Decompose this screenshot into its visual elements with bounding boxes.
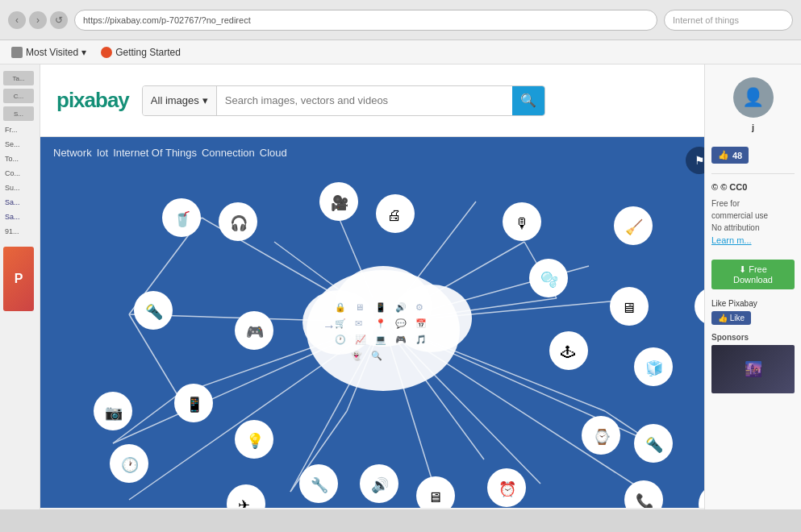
tag-connection[interactable]: Connection (202, 147, 255, 159)
all-images-label: All images (151, 94, 199, 106)
svg-text:💬: 💬 (395, 318, 407, 329)
svg-text:🎥: 🎥 (331, 194, 349, 212)
image-tags: Network Iot Internet Of Things Connectio… (53, 147, 287, 159)
sidebar-ad: P (3, 247, 34, 311)
svg-text:🕹: 🕹 (561, 344, 575, 360)
download-button[interactable]: ⬇ Free Download (711, 260, 795, 289)
cc-badge: © (711, 182, 720, 192)
all-images-dropdown[interactable]: All images ▾ (143, 86, 217, 115)
dropdown-arrow: ▾ (202, 94, 208, 106)
facebook-like-button[interactable]: 👍 Like (711, 311, 751, 325)
search-input[interactable] (217, 86, 512, 115)
svg-text:⚙: ⚙ (415, 302, 423, 312)
svg-text:🔒: 🔒 (335, 301, 346, 313)
cc-section: © © CC0 Free for commercial use No attri… (711, 173, 795, 253)
search-button[interactable]: 🔍 (512, 86, 544, 115)
pixabay-logo: pixabay (56, 88, 129, 113)
svg-text:🔦: 🔦 (645, 436, 664, 454)
avatar: 👤 (733, 77, 774, 118)
download-icon: ⬇ (739, 264, 749, 274)
svg-text:🎧: 🎧 (230, 214, 248, 232)
sidebar-label-su: Su... (3, 182, 36, 193)
sidebar-label-co: Co... (3, 168, 36, 179)
svg-text:✉: ✉ (355, 318, 362, 328)
tag-iot[interactable]: Iot (97, 147, 108, 159)
url-text: https://pixabay.com/p-702767/?no_redirec… (83, 15, 251, 25)
url-bar[interactable]: https://pixabay.com/p-702767/?no_redirec… (74, 10, 657, 31)
pixabay-header: pixabay All images ▾ 🔍 (40, 64, 704, 137)
svg-text:📅: 📅 (415, 318, 427, 329)
svg-text:🖥: 🖥 (428, 489, 442, 505)
sidebar-item-s[interactable]: S... (3, 106, 34, 121)
page-layout: Ta... C... S... Fr... Se... To... Co... … (0, 64, 801, 509)
sidebar-link-sa2[interactable]: Sa... (3, 211, 36, 222)
svg-text:🔧: 🔧 (311, 476, 329, 494)
sidebar-link-sa[interactable]: Sa... (3, 197, 36, 208)
svg-text:🎙: 🎙 (515, 215, 529, 231)
reload-button[interactable]: ↺ (50, 11, 68, 29)
sponsor-image: 🌆 (711, 345, 795, 393)
main-content: pixabay All images ▾ 🔍 Network Iot Inter… (40, 64, 704, 509)
sidebar-label-se: Se... (3, 139, 36, 150)
logo-text: pixabay (56, 88, 129, 112)
svg-text:🕐: 🕐 (335, 334, 346, 345)
cc-title: © © CC0 (711, 181, 795, 194)
svg-text:🖥: 🖥 (355, 302, 364, 312)
svg-text:🔦: 🔦 (145, 303, 164, 321)
sidebar-label-fr: Fr... (3, 124, 36, 135)
sidebar-num-91: 91... (3, 226, 36, 237)
svg-text:📱: 📱 (186, 396, 204, 414)
sidebar-tab-1[interactable]: Ta... (3, 71, 34, 85)
svg-text:🖨: 🖨 (387, 207, 402, 223)
most-visited-label: Most Visited (26, 47, 78, 58)
like-section: 👍 48 (711, 142, 795, 164)
browser-bar: ‹ › ↺ https://pixabay.com/p-702767/?no_r… (0, 0, 801, 40)
user-profile: 👤 j (711, 71, 795, 139)
svg-text:🎮: 🎮 (395, 334, 407, 345)
svg-text:✈: ✈ (238, 497, 250, 508)
most-visited-arrow: ▾ (81, 47, 86, 58)
sponsors-label: Sponsors (711, 333, 795, 342)
svg-text:📷: 📷 (105, 404, 123, 422)
svg-text:🔊: 🔊 (371, 476, 390, 494)
like-pixabay-label: Like Pixabay (711, 299, 795, 308)
svg-text:→: → (323, 319, 336, 333)
bookmark-most-visited[interactable]: Most Visited ▾ (6, 45, 91, 60)
learn-link[interactable]: Learn m... (711, 235, 752, 245)
sidebar-item-c[interactable]: C... (3, 89, 34, 103)
svg-text:🎵: 🎵 (415, 334, 427, 345)
iot-network-svg: 🔒 🖥 📱 🔊 ⚙ 🛒 ✉ 📍 💬 📅 🕐 📈 💻 🎮 🎵 👻 (40, 137, 704, 508)
tag-cloud[interactable]: Cloud (260, 147, 287, 159)
forward-button[interactable]: › (29, 11, 47, 29)
tag-network[interactable]: Network (53, 147, 92, 159)
tag-internet-of-things[interactable]: Internet Of Things (113, 147, 197, 159)
username: j (752, 123, 754, 132)
svg-text:🧹: 🧹 (625, 218, 644, 236)
image-area: Network Iot Internet Of Things Connectio… (40, 137, 704, 508)
cc-label: © CC0 (720, 182, 747, 192)
left-sidebar: Ta... C... S... Fr... Se... To... Co... … (0, 64, 40, 509)
svg-text:💻: 💻 (375, 334, 386, 345)
svg-text:🫧: 🫧 (540, 271, 559, 289)
like-count: 48 (732, 151, 742, 160)
sponsor-city-icon: 🌆 (745, 360, 762, 378)
search-icon: 🔍 (520, 93, 536, 108)
svg-text:🕐: 🕐 (121, 456, 140, 474)
nav-buttons: ‹ › ↺ (8, 11, 68, 29)
most-visited-icon (11, 47, 23, 58)
svg-text:🧊: 🧊 (645, 360, 664, 377)
back-button[interactable]: ‹ (8, 11, 26, 29)
like-pixabay-section: Like Pixabay 👍 Like (711, 299, 795, 325)
bookmark-getting-started[interactable]: Getting Started (96, 45, 186, 60)
svg-text:⏰: ⏰ (499, 480, 517, 498)
svg-text:⌚: ⌚ (593, 428, 611, 446)
svg-text:🖥: 🖥 (621, 300, 636, 316)
cc-line1: Free for (711, 197, 795, 210)
sidebar-label-to: To... (3, 153, 36, 164)
svg-text:💡: 💡 (246, 432, 265, 450)
like-button[interactable]: 👍 48 (711, 147, 749, 164)
search-container: All images ▾ 🔍 (142, 85, 545, 116)
browser-search-bar[interactable]: Internet of things (664, 10, 793, 31)
bookmark-bar: Most Visited ▾ Getting Started (0, 40, 801, 64)
svg-text:🔍: 🔍 (371, 350, 382, 361)
